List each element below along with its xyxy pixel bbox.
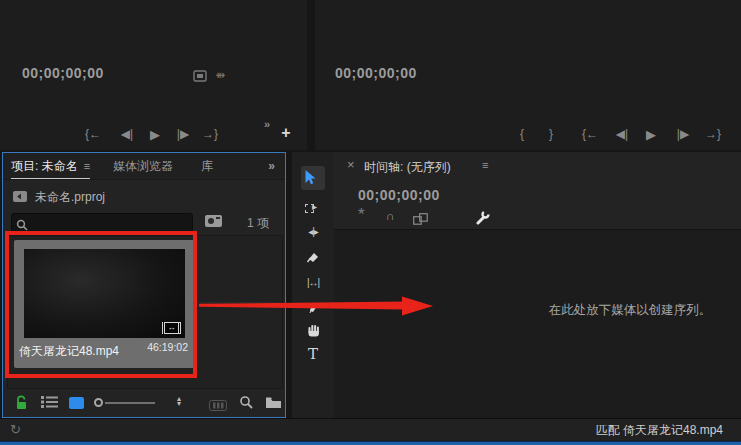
search-field[interactable] [11, 213, 193, 232]
go-to-in-button[interactable]: {← [81, 127, 105, 141]
go-to-in-button[interactable]: {← [578, 127, 602, 141]
track-arrow-glyph: ▸ [312, 201, 317, 212]
panel-menu-icon[interactable]: ≡ [84, 160, 90, 172]
source-timecode[interactable]: 00;00;00;00 [22, 65, 104, 81]
play-button[interactable]: ▶ [143, 127, 167, 142]
timeline-tabbar: × 时间轴: (无序列) ≡ [334, 152, 741, 178]
clip-card-selected[interactable]: ↔ 倚天屠龙记48.mp4 46:19:02 [14, 240, 195, 368]
pen-icon [305, 299, 321, 315]
hand-icon [306, 322, 321, 337]
program-monitor-panel: 00;00;00;00 { } {← ◀| ▶ |▶ →} [315, 0, 741, 150]
automate-to-sequence-icon[interactable] [209, 397, 227, 415]
project-toolbar: ▴ ▾ [3, 389, 285, 417]
premiere-pro-window: 00;00;00;00 ⇻ {← ◀| ▶ |▶ →} » + 00;00;00… [0, 0, 741, 445]
slip-tool[interactable]: |↔| [292, 277, 334, 288]
step-forward-button[interactable]: |▶ [171, 127, 195, 141]
project-items-area[interactable]: ↔ 倚天屠龙记48.mp4 46:19:02 [7, 235, 283, 389]
timeline-toolbar: * ∩ [334, 208, 741, 228]
status-message: 匹配 倚天屠龙记48.mp4 [596, 419, 723, 441]
selection-tool-active[interactable] [301, 166, 325, 190]
sort-icon[interactable]: ▴ ▾ [177, 396, 181, 406]
mark-in-button[interactable]: { [510, 127, 534, 141]
razor-tool[interactable] [292, 249, 334, 269]
media-preview-icon[interactable] [204, 214, 223, 232]
insert-nest-icon[interactable]: * [358, 205, 365, 225]
track-select-forward-tool[interactable]: ▸ [292, 200, 334, 218]
project-tabbar: 项目: 未命名≡ 媒体浏览器 库 » [3, 153, 285, 180]
linked-selection-icon[interactable] [413, 211, 428, 229]
snap-magnet-icon[interactable]: ∩ [386, 209, 395, 223]
clip-duration-label: 46:19:02 [147, 341, 188, 353]
ripple-edit-tool[interactable]: ◂|▸ [292, 226, 334, 237]
background-task-icon: ↻ [10, 422, 21, 437]
hand-tool[interactable] [292, 322, 334, 341]
sort-down-glyph: ▾ [177, 401, 181, 406]
grid-divider [200, 302, 278, 303]
zoom-slider-knob[interactable] [94, 398, 103, 407]
step-back-button[interactable]: ◀| [610, 127, 634, 141]
clip-name-label: 倚天屠龙记48.mp4 [19, 343, 119, 360]
tab-project-label: 项目: 未命名 [11, 159, 78, 173]
project-writable-lock-icon[interactable] [15, 395, 28, 414]
program-timecode[interactable]: 00;00;00;00 [335, 65, 417, 81]
type-tool[interactable]: T [292, 345, 334, 363]
tab-libraries[interactable]: 库 [201, 153, 213, 179]
filmstrip-badge-icon: ↔ [162, 322, 181, 334]
find-button[interactable] [239, 395, 253, 413]
project-file-name[interactable]: 未命名.prproj [35, 189, 105, 206]
icon-view-button[interactable] [69, 397, 84, 409]
export-frame-icon[interactable] [193, 68, 207, 86]
selection-arrow-icon [301, 169, 317, 186]
go-to-out-button[interactable]: →} [198, 127, 222, 141]
timeline-timecode[interactable]: 00;00;00;00 [358, 187, 440, 203]
timeline-panel: × 时间轴: (无序列) ≡ 00;00;00;00 * ∩ 在此处放下媒体以创… [334, 152, 741, 418]
project-breadcrumb-row: 未命名.prproj [3, 187, 285, 207]
tools-panel: ▸ ◂|▸ |↔| T [292, 152, 334, 418]
zoom-slider-track[interactable] [105, 402, 155, 404]
step-forward-button[interactable]: |▶ [671, 127, 695, 141]
timeline-settings-wrench-icon[interactable] [475, 210, 490, 229]
project-panel: 项目: 未命名≡ 媒体浏览器 库 » 未命名.prproj 1 项 [2, 152, 286, 418]
tab-overflow-icon[interactable]: » [268, 159, 275, 173]
go-to-out-button[interactable]: →} [701, 127, 725, 141]
mark-out-button[interactable]: } [539, 127, 563, 141]
item-count-label: 1 项 [247, 215, 269, 232]
window-bottom-edge [0, 441, 741, 445]
pen-tool[interactable] [292, 299, 334, 319]
tab-project[interactable]: 项目: 未命名≡ [11, 153, 90, 179]
clip-thumbnail[interactable]: ↔ [24, 249, 185, 338]
search-input[interactable] [32, 214, 190, 231]
search-icon [16, 217, 28, 235]
project-home-icon[interactable] [12, 189, 28, 207]
razor-icon [305, 249, 321, 265]
play-button[interactable]: ▶ [639, 127, 663, 142]
timeline-tab-title[interactable]: 时间轴: (无序列) [364, 159, 451, 176]
step-back-button[interactable]: ◀| [115, 127, 139, 141]
tab-media-browser[interactable]: 媒体浏览器 [113, 153, 173, 179]
timeline-empty-message: 在此处放下媒体以创建序列。 [480, 302, 741, 319]
panel-menu-icon[interactable]: ≡ [482, 159, 488, 171]
new-bin-button[interactable] [265, 395, 282, 413]
timeline-drop-area[interactable]: 在此处放下媒体以创建序列。 [334, 230, 741, 418]
drag-av-icon[interactable]: ⇻ [215, 68, 225, 82]
source-monitor-panel: 00;00;00;00 ⇻ {← ◀| ▶ |▶ →} » + [0, 0, 307, 150]
close-panel-icon[interactable]: × [347, 157, 355, 172]
add-button[interactable]: + [274, 124, 298, 142]
list-view-button[interactable] [41, 395, 58, 413]
status-bar: ↻ 匹配 倚天屠龙记48.mp4 [0, 418, 741, 441]
